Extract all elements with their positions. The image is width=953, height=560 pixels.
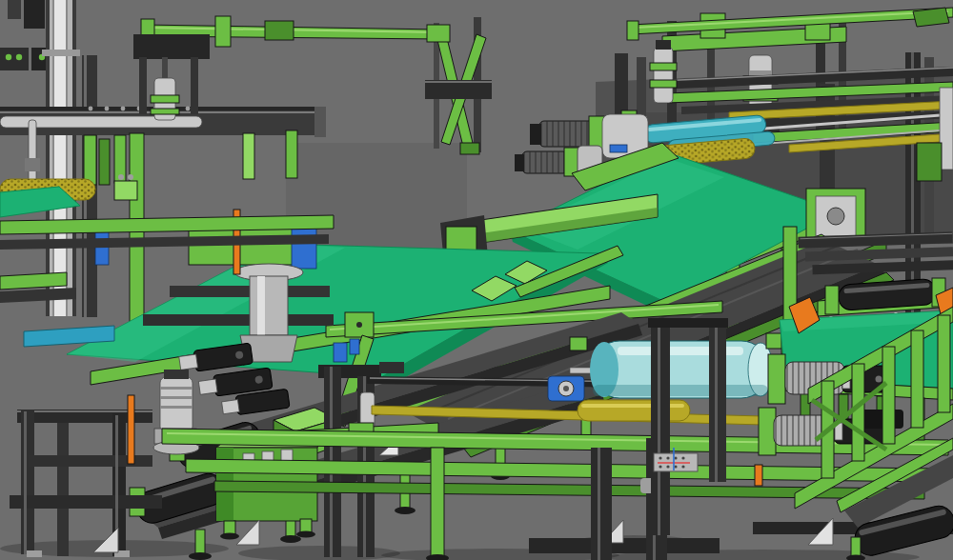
buffer-tank bbox=[590, 341, 773, 398]
silver-lift-column bbox=[42, 0, 80, 316]
cad-3d-viewport[interactable] bbox=[0, 0, 953, 560]
blue-gearbox bbox=[292, 225, 316, 269]
olive-roller bbox=[578, 400, 690, 421]
valve bbox=[334, 343, 347, 362]
clamp-motor bbox=[650, 40, 677, 103]
blue-gearbox bbox=[548, 376, 584, 401]
